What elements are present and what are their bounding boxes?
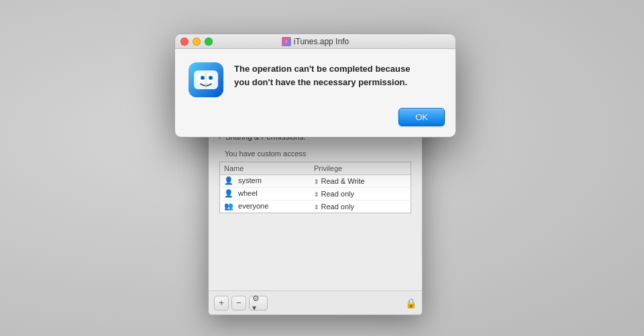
close-button-alert[interactable]	[180, 38, 189, 46]
permissions-section: You have custom access Name Privilege sy…	[217, 144, 414, 217]
col-header-name: Name	[220, 162, 310, 175]
user-name-everyone: everyone	[220, 201, 310, 213]
remove-button[interactable]: −	[231, 296, 246, 311]
custom-access-label: You have custom access	[217, 148, 414, 162]
remove-icon: −	[236, 298, 241, 308]
group-icon	[224, 202, 233, 211]
user-icon	[224, 189, 233, 199]
maximize-button-alert[interactable]	[205, 38, 213, 46]
privilege-value: Read only	[321, 190, 354, 198]
user-name-system: system	[220, 175, 310, 188]
stepper-icon: ⇕	[314, 178, 321, 185]
alert-message: The operation can't be completed because…	[234, 62, 442, 89]
alert-dialog: ♪ iTunes.app Info	[174, 34, 456, 137]
svg-point-5	[202, 77, 204, 79]
svg-point-7	[210, 77, 212, 79]
minimize-button-alert[interactable]	[193, 38, 201, 46]
privilege-everyone[interactable]: ⇕ Read only	[310, 201, 411, 213]
alert-message-text: The operation can't be completed because…	[234, 62, 442, 89]
privilege-value: Read & Write	[321, 177, 364, 185]
permissions-table: Name Privilege system ⇕ Read & Write	[219, 162, 411, 213]
col-header-privilege: Privilege	[310, 162, 411, 175]
add-icon: +	[219, 298, 224, 308]
gear-icon: ⚙ ▾	[252, 294, 264, 313]
stepper-icon: ⇕	[314, 191, 321, 198]
ok-button[interactable]: OK	[398, 108, 445, 126]
user-name-wheel: wheel	[220, 188, 310, 201]
privilege-wheel[interactable]: ⇕ Read only	[310, 188, 411, 201]
finder-icon-img	[189, 62, 223, 97]
alert-body: The operation can't be completed because…	[175, 49, 455, 108]
add-button[interactable]: +	[214, 296, 229, 311]
alert-titlebar: ♪ iTunes.app Info	[175, 34, 455, 49]
privilege-value: Read only	[321, 203, 354, 211]
music-icon: ♪	[282, 37, 291, 46]
stepper-icon: ⇕	[314, 204, 321, 211]
finder-svg	[189, 62, 223, 97]
user-icon	[224, 176, 233, 186]
alert-title-text: iTunes.app Info	[294, 37, 349, 46]
finder-icon	[189, 62, 223, 97]
table-row[interactable]: everyone ⇕ Read only	[220, 201, 411, 213]
alert-titlebar-buttons	[180, 38, 213, 46]
gear-menu-button[interactable]: ⚙ ▾	[249, 296, 268, 311]
toolbar-bottom: + − ⚙ ▾ 🔒	[209, 290, 422, 315]
lock-icon[interactable]: 🔒	[405, 298, 417, 309]
table-row[interactable]: system ⇕ Read & Write	[220, 175, 411, 188]
table-row[interactable]: wheel ⇕ Read only	[220, 188, 411, 201]
alert-footer: OK	[175, 108, 455, 137]
alert-title: ♪ iTunes.app Info	[282, 37, 349, 46]
privilege-system[interactable]: ⇕ Read & Write	[310, 175, 411, 188]
